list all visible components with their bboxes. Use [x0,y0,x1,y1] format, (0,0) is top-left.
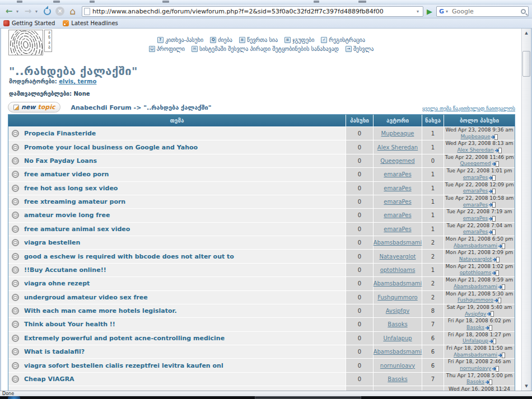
last-post-author-link[interactable]: Abamsbadsmami [454,243,497,250]
goto-latest-post-icon[interactable] [495,148,502,153]
topic-title-link[interactable]: viagra bestellen [24,239,80,246]
author-link[interactable]: Alex Sheredan [377,144,418,151]
author-link[interactable]: emaraPes [384,185,411,191]
goto-latest-post-icon[interactable] [489,175,496,181]
author-link[interactable]: emaraPes [384,171,411,177]
author-link[interactable]: Fushqummoro [377,294,417,301]
last-post-author-link[interactable]: emaraPes [463,188,488,195]
last-post-author-link[interactable]: emaraPes [463,202,488,209]
last-post-author-link[interactable]: emaraPes [463,175,488,181]
bookmark-item[interactable]: Getting Started [3,20,55,26]
start-orb-icon[interactable] [8,396,20,399]
goto-latest-post-icon[interactable] [492,366,499,372]
breadcrumb-forum-link[interactable]: Anabechdi Forum [71,104,131,111]
url-dropdown[interactable]: ▾ [417,9,421,14]
goto-latest-post-icon[interactable] [493,257,500,262]
author-link[interactable]: Abamsbadsmami [374,240,422,246]
topic-title-link[interactable]: !!Buy Accutane online!! [24,266,106,274]
last-post-author-link[interactable]: Alex Sheredan [457,147,493,154]
last-post-author-link[interactable]: nornunloavy [460,365,491,372]
forward-button[interactable]: → [22,6,34,17]
back-dropdown[interactable]: ▾ [16,9,21,14]
goto-latest-post-icon[interactable] [489,229,496,235]
author-link[interactable]: Abamsbadsmami [374,349,422,355]
scrollbar-track[interactable] [522,37,531,382]
nav-link-usergroups[interactable]: ≡ჯგუფები [284,37,314,43]
last-post-author-link[interactable]: emaraPes [463,229,488,236]
author-link[interactable]: emaraPes [384,226,411,232]
nav-link-search[interactable]: Qძიება [210,37,232,43]
back-button[interactable]: ← [3,6,15,17]
author-link[interactable]: Avsipfqv [386,308,409,314]
topic-title-link[interactable]: Promote your local business on Google an… [24,144,198,151]
moderator-links[interactable]: elvis, termo [59,78,96,85]
goto-latest-post-icon[interactable] [489,339,496,344]
last-post-author-link[interactable]: optothloams [460,270,491,276]
search-input[interactable] [452,8,519,15]
author-link[interactable]: Queegemed [380,158,414,164]
goto-latest-post-icon[interactable] [486,379,492,385]
topic-title-link[interactable]: Think about Your health !! [24,321,115,328]
nav-link-register[interactable]: ✓რეგისტრაცია [321,37,365,43]
topic-title-link[interactable]: amateur movie long free [24,212,110,219]
last-post-author-link[interactable]: emaraPes [463,215,488,222]
topic-title-link[interactable]: free xtreaming amateur porn [24,198,125,205]
taskbar-button[interactable] [255,396,361,399]
topic-title-link[interactable]: Propecia Finasteride [24,130,96,137]
author-link[interactable]: emaraPes [384,212,411,218]
goto-latest-post-icon[interactable] [492,161,499,167]
last-post-author-link[interactable]: Natayearglot [459,256,492,263]
author-link[interactable]: Basoks [388,321,407,327]
topic-title-link[interactable]: viagra sofort bestellen cialis rezeptfre… [24,362,223,369]
last-post-author-link[interactable]: Basoks [466,325,484,331]
reload-button[interactable] [41,6,53,17]
author-link[interactable]: Unfalapup [383,335,412,341]
goto-latest-post-icon[interactable] [486,325,492,331]
last-post-author-link[interactable]: Mupbeaque [461,134,491,140]
goto-latest-post-icon[interactable] [489,216,496,222]
topic-title-link[interactable]: free amature animal sex video [24,226,130,233]
author-link[interactable]: Mupbeaque [381,130,414,137]
bookmark-item[interactable]: Latest Headlines [63,20,118,26]
mark-all-read-link[interactable]: ყველა თემა წაკითხულად ჩაითვალოს [422,106,515,112]
topic-title-link[interactable]: viagra ohne rezept [24,280,90,287]
goto-latest-post-icon[interactable] [498,353,505,358]
scroll-down-button[interactable]: ▼ [522,382,531,391]
goto-latest-post-icon[interactable] [489,202,496,208]
last-post-author-link[interactable]: Basoks [466,379,484,386]
scrollbar-thumb[interactable] [522,51,530,77]
last-post-author-link[interactable]: Queegemed [460,161,491,167]
site-logo[interactable]: ანაბეჭდი [8,30,52,55]
nav-link-private-messages[interactable]: ✉სისტემაში შესვლა პირადი შეტყობინების სა… [192,46,339,52]
author-link[interactable]: nornunloavy [380,363,415,369]
goto-latest-post-icon[interactable] [491,134,498,140]
search-box[interactable]: G ▾ [436,6,529,17]
topic-title-link[interactable]: No Fax Payday Loans [24,157,97,165]
vertical-scrollbar[interactable]: ▲ ▼ [521,29,531,391]
nav-link-profile[interactable]: ☺პროფილი [149,46,185,52]
goto-latest-post-icon[interactable] [492,270,499,276]
author-link[interactable]: optothloams [380,267,416,273]
topic-title-link[interactable]: free hot ass long sex video [24,185,118,192]
author-link[interactable]: Basoks [388,376,407,382]
search-engine-dropdown[interactable]: ▾ [446,9,450,14]
nav-link-faq[interactable]: ?კითხვა-პასუხი [157,37,203,43]
last-post-author-link[interactable]: Abamsbadsmami [454,352,497,359]
search-icon[interactable] [521,9,526,14]
goto-latest-post-icon[interactable] [489,189,496,194]
author-link[interactable]: emaraPes [384,199,411,205]
url-bar[interactable]: ▾ [82,6,423,17]
new-topic-button[interactable]: newtopic [8,102,60,112]
forward-dropdown[interactable]: ▾ [35,9,40,14]
last-post-author-link[interactable]: Avsipfqv [465,311,486,318]
goto-latest-post-icon[interactable] [494,298,501,303]
topic-title-link[interactable]: Cheap VIAGRA [24,375,74,383]
topic-title-link[interactable]: good a eschew is required with bbcode do… [24,253,234,260]
scroll-up-button[interactable]: ▲ [522,29,531,37]
topic-title-link[interactable]: undergroud amateur video sex free [24,294,148,301]
home-button[interactable]: ⌂ [67,6,78,17]
author-link[interactable]: Natayearglot [380,254,416,260]
topic-title-link[interactable]: free amatuer video porn [24,171,109,178]
breadcrumb-page-link[interactable]: "..რახდება ქალაქში" [143,104,211,111]
author-link[interactable]: Abamsbadsmami [374,280,422,287]
